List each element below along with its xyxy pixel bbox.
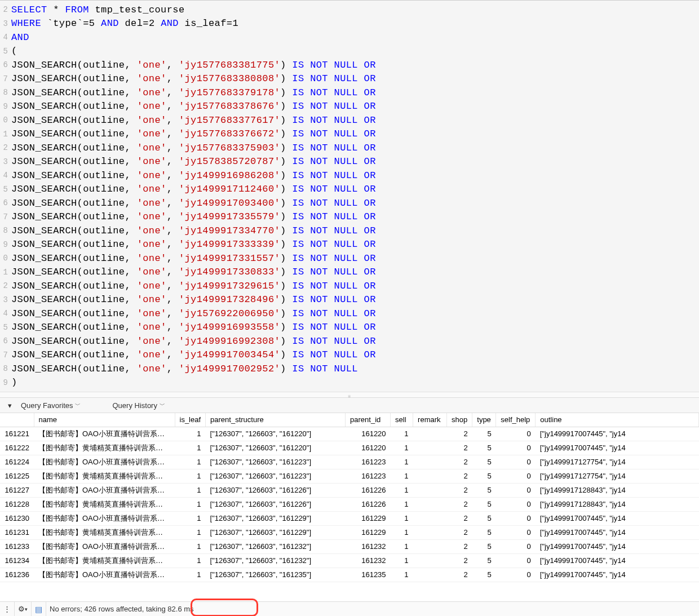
cell[interactable]: 1 (175, 483, 206, 497)
editor-line[interactable]: 6JSON_SEARCH(outline, 'one', 'jy15776833… (0, 58, 699, 72)
cell[interactable]: 【图书邮寄】OAO小班直播特训营系… (34, 539, 175, 553)
cell[interactable]: 1 (391, 455, 413, 469)
cell[interactable]: ["jy1499917127754", "jy14 (536, 469, 699, 483)
cell[interactable]: 5 (472, 525, 496, 539)
cell[interactable]: 0 (496, 497, 536, 511)
cell[interactable]: ["jy1499917128843", "jy14 (536, 497, 699, 511)
cell[interactable]: 161226 (346, 483, 391, 497)
cell[interactable]: 5 (472, 427, 496, 441)
table-row[interactable]: 161225【图书邮寄】黄埔精英直播特训营系…1["126307", "1266… (0, 469, 699, 483)
table-row[interactable]: 161224【图书邮寄】OAO小班直播特训营系…1["126307", "126… (0, 455, 699, 469)
cell[interactable]: ["jy1499917007445", "jy14 (536, 511, 699, 525)
cell[interactable]: 161222 (0, 441, 34, 455)
cell[interactable]: 161235 (346, 568, 391, 582)
gear-icon[interactable]: ⚙︎▾ (15, 602, 32, 616)
toolbar-dropdown-button[interactable]: ▾ (3, 401, 16, 410)
cell[interactable]: 2 (447, 483, 472, 497)
table-row[interactable]: 161228【图书邮寄】黄埔精英直播特训营系…1["126307", "1266… (0, 497, 699, 511)
editor-line[interactable]: 5( (0, 45, 699, 59)
editor-line[interactable]: 4AND (0, 30, 699, 45)
cell[interactable]: 0 (496, 469, 536, 483)
cell[interactable] (413, 483, 447, 497)
editor-line[interactable]: 8JSON_SEARCH(outline, 'one', 'jy15776833… (0, 86, 699, 100)
cell[interactable]: 1 (175, 427, 206, 441)
cell[interactable]: 161229 (346, 511, 391, 525)
cell[interactable]: 0 (496, 427, 536, 441)
cell[interactable]: 161223 (346, 469, 391, 483)
editor-line[interactable]: 6JSON_SEARCH(outline, 'one', 'jy14999170… (0, 196, 699, 210)
cell[interactable]: 1 (175, 525, 206, 539)
editor-line[interactable]: 3JSON_SEARCH(outline, 'one', 'jy14999173… (0, 293, 699, 307)
cell[interactable]: 161220 (346, 441, 391, 455)
cell[interactable] (413, 568, 447, 582)
cell[interactable]: 1 (175, 511, 206, 525)
cell[interactable] (413, 553, 447, 568)
editor-line[interactable]: 2JSON_SEARCH(outline, 'one', 'jy14999173… (0, 279, 699, 293)
editor-line[interactable]: 9JSON_SEARCH(outline, 'one', 'jy15776833… (0, 100, 699, 114)
cell[interactable]: ["jy1499917007445", "jy14 (536, 539, 699, 553)
cell[interactable]: 【图书邮寄】OAO小班直播特训营系… (34, 568, 175, 582)
editor-line[interactable]: 6JSON_SEARCH(outline, 'one', 'jy14999169… (0, 334, 699, 348)
cell[interactable]: 5 (472, 441, 496, 455)
cell[interactable]: 2 (447, 455, 472, 469)
cell[interactable]: ["126307", "126603", "161220"] (206, 441, 346, 455)
cell[interactable]: 161223 (346, 455, 391, 469)
col-header-sell[interactable]: sell (391, 413, 413, 427)
col-header-parent-id[interactable]: parent_id (346, 413, 391, 427)
editor-line[interactable]: 7JSON_SEARCH(outline, 'one', 'jy15776833… (0, 72, 699, 86)
cell[interactable]: 161232 (346, 539, 391, 553)
editor-line[interactable]: 3JSON_SEARCH(outline, 'one', 'jy15783857… (0, 155, 699, 169)
cell[interactable]: 1 (175, 539, 206, 553)
cell[interactable]: ["126307", "126603", "161232"] (206, 539, 346, 553)
info-icon[interactable]: ▤ (32, 602, 46, 616)
cell[interactable] (413, 497, 447, 511)
cell[interactable]: 2 (447, 511, 472, 525)
cell[interactable]: 0 (496, 511, 536, 525)
cell[interactable]: 【图书邮寄】OAO小班直播特训营系… (34, 511, 175, 525)
cell[interactable]: 161232 (346, 553, 391, 568)
cell[interactable]: 2 (447, 525, 472, 539)
table-row[interactable]: 161230【图书邮寄】OAO小班直播特训营系…1["126307", "126… (0, 511, 699, 525)
editor-line[interactable]: 4JSON_SEARCH(outline, 'one', 'jy14999169… (0, 169, 699, 183)
cell[interactable]: 2 (447, 568, 472, 582)
cell[interactable]: 【图书邮寄】黄埔精英直播特训营系… (34, 469, 175, 483)
cell[interactable]: 1 (391, 553, 413, 568)
editor-line[interactable]: 0JSON_SEARCH(outline, 'one', 'jy15776833… (0, 113, 699, 127)
cell[interactable]: 1 (175, 455, 206, 469)
cell[interactable]: 0 (496, 525, 536, 539)
editor-line[interactable]: 3WHERE `type`=5 AND del=2 AND is_leaf=1 (0, 17, 699, 31)
cell[interactable]: 1 (391, 469, 413, 483)
cell[interactable]: 161236 (0, 568, 34, 582)
cell[interactable]: 161228 (0, 497, 34, 511)
cell[interactable]: 【图书邮寄】黄埔精英直播特训营系… (34, 497, 175, 511)
cell[interactable]: ["jy1499917007445", "jy14 (536, 568, 699, 582)
cell[interactable]: 5 (472, 568, 496, 582)
query-history-button[interactable]: Query History ﹀ (108, 401, 169, 410)
cell[interactable]: 5 (472, 511, 496, 525)
cell[interactable]: 5 (472, 483, 496, 497)
col-header-selfhelp[interactable]: self_help (496, 413, 536, 427)
cell[interactable]: 1 (391, 568, 413, 582)
cell[interactable] (413, 427, 447, 441)
col-header-outline[interactable]: outline (536, 413, 699, 427)
cell[interactable]: 161221 (0, 427, 34, 441)
cell[interactable]: 161220 (346, 427, 391, 441)
cell[interactable]: 【图书邮寄】黄埔精英直播特训营系… (34, 553, 175, 568)
cell[interactable]: 5 (472, 497, 496, 511)
cell[interactable]: ["jy1499917007445", "jy14 (536, 525, 699, 539)
cell[interactable]: 5 (472, 455, 496, 469)
cell[interactable]: 【图书邮寄】黄埔精英直播特训营系… (34, 441, 175, 455)
cell[interactable]: 5 (472, 553, 496, 568)
col-header-isleaf[interactable]: is_leaf (175, 413, 206, 427)
cell[interactable]: ["jy1499917127754", "jy14 (536, 455, 699, 469)
cell[interactable]: 0 (496, 539, 536, 553)
cell[interactable]: 1 (391, 427, 413, 441)
cell[interactable] (413, 469, 447, 483)
col-header-remark[interactable]: remark (413, 413, 447, 427)
cell[interactable]: ["jy1499917007445", "jy14 (536, 553, 699, 568)
cell[interactable]: 2 (447, 441, 472, 455)
splitter[interactable]: ≡ (0, 392, 699, 397)
col-header-parent-structure[interactable]: parent_structure (206, 413, 346, 427)
cell[interactable]: 1 (175, 553, 206, 568)
editor-line[interactable]: 2SELECT * FROM tmp_test_course (0, 3, 699, 17)
